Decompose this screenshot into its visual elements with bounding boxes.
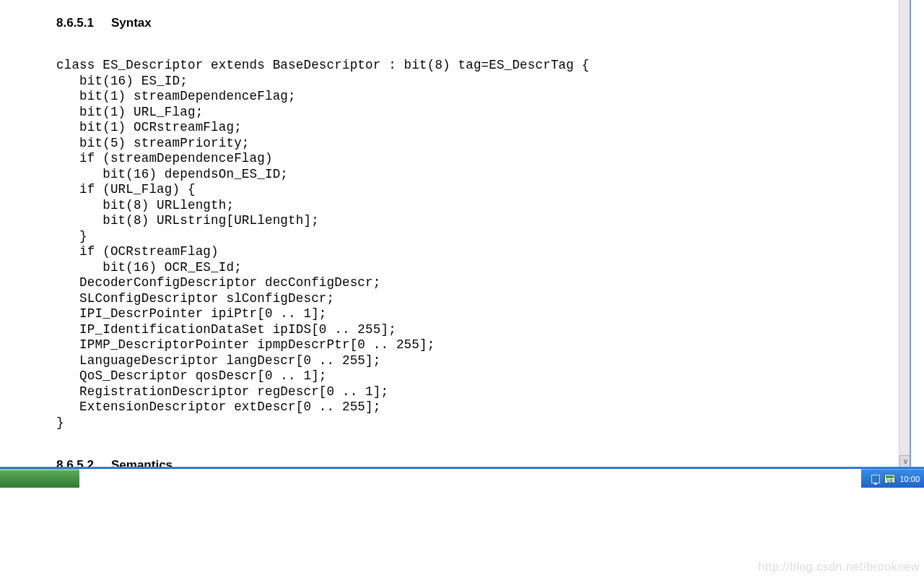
code-block-es-descriptor: class ES_Descriptor extends BaseDescript… [56,58,910,431]
monitor-icon[interactable] [871,475,880,483]
section-heading-syntax: 8.6.5.1Syntax [56,16,910,30]
ve-tray-icon[interactable] [884,474,895,483]
window-frame-strip [0,467,924,469]
document-content: 8.6.5.1Syntax class ES_Descriptor extend… [3,16,910,467]
taskbar-start-area[interactable] [0,469,79,488]
scroll-down-arrow-icon[interactable]: v [899,455,911,467]
vertical-scrollbar[interactable]: v [899,0,911,467]
taskbar-tray[interactable]: 10:00 [861,469,924,488]
taskbar-clock[interactable]: 10:00 [899,475,920,483]
section-title: Syntax [111,16,152,30]
section-number: 8.6.5.1 [56,16,94,30]
watermark-text: http://blog.csdn.net/brooknew [758,561,920,574]
document-viewport: 8.6.5.1Syntax class ES_Descriptor extend… [3,0,911,467]
